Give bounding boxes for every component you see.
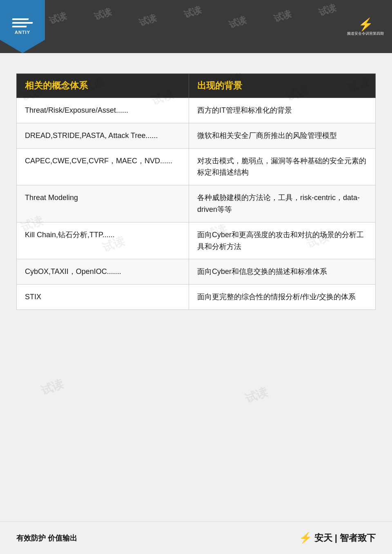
footer-logo-main: 安天 | 智者致下	[314, 532, 376, 544]
footer-logo-sub: 智者致下	[340, 533, 376, 543]
header-watermarks: 试读 试读 试读 试读 试读 试读 试读	[0, 0, 392, 53]
col1-header: 相关的概念体系	[17, 74, 189, 98]
table-cell-left: CAPEC,CWE,CVE,CVRF，MAEC，NVD......	[17, 148, 189, 185]
table-cell-left: DREAD,STRIDE,PASTA, Attack Tree......	[17, 123, 189, 148]
table-row: CybOX,TAXII，OpenIOC.......面向Cyber和信息交换的描…	[17, 259, 376, 285]
header: ANTIY 试读 试读 试读 试读 试读 试读 试读 ⚡ 频道安全令训营第四期	[0, 0, 392, 53]
table-row: Kill Chain,钻石分析,TTP......面向Cyber和更高强度的攻击…	[17, 222, 376, 259]
logo-line-1	[12, 18, 29, 20]
table-cell-right: 各种威胁建模的方法论，工具，risk-centric，data-driven等等	[189, 185, 375, 222]
header-right-logo: ⚡ 频道安全令训营第四期	[347, 17, 384, 36]
table-row: DREAD,STRIDE,PASTA, Attack Tree......微软和…	[17, 123, 376, 148]
table-cell-left: CybOX,TAXII，OpenIOC.......	[17, 259, 189, 285]
watermark-3: 试读	[137, 11, 158, 29]
body-watermark-11: 试读	[39, 376, 66, 399]
logo-lines	[12, 18, 33, 27]
footer-logo: ⚡ 安天 | 智者致下	[299, 532, 376, 544]
footer-tagline: 有效防护 价值输出	[16, 533, 77, 543]
table-cell-right: 面向更完整的综合性的情报分析/作业/交换的体系	[189, 285, 375, 310]
watermark-5: 试读	[227, 13, 248, 31]
logo: ANTIY	[0, 0, 45, 53]
table-cell-left: Kill Chain,钻石分析,TTP......	[17, 222, 189, 259]
col2-header: 出现的背景	[189, 74, 375, 98]
logo-text: ANTIY	[15, 30, 30, 35]
table-cell-left: Threat/Risk/Exposure/Asset......	[17, 98, 189, 123]
right-logo-icon: ⚡	[358, 17, 373, 31]
table-cell-left: STIX	[17, 285, 189, 310]
watermark-6: 试读	[272, 7, 293, 25]
right-logo-text: 频道安全令训营第四期	[347, 31, 384, 36]
watermark-2: 试读	[92, 5, 114, 23]
footer-lightning-icon: ⚡	[299, 532, 312, 544]
table-cell-right: 西方的IT管理和标准化的背景	[189, 98, 375, 123]
table-cell-right: 面向Cyber和更高强度的攻击和对抗的场景的分析工具和分析方法	[189, 222, 375, 259]
table-cell-right: 对攻击模式，脆弱点，漏洞等各种基础的安全元素的标定和描述结构	[189, 148, 375, 185]
logo-line-2	[12, 22, 33, 24]
table-row: CAPEC,CWE,CVE,CVRF，MAEC，NVD......对攻击模式，脆…	[17, 148, 376, 185]
table-cell-left: Threat Modeling	[17, 185, 189, 222]
watermark-7: 试读	[317, 1, 338, 19]
table-row: Threat/Risk/Exposure/Asset......西方的IT管理和…	[17, 98, 376, 123]
footer: 有效防护 价值输出 ⚡ 安天 | 智者致下	[0, 521, 392, 554]
table-row: STIX面向更完整的综合性的情报分析/作业/交换的体系	[17, 285, 376, 310]
watermark-4: 试读	[182, 3, 203, 21]
table-cell-right: 面向Cyber和信息交换的描述和标准体系	[189, 259, 375, 285]
table-header-row: 相关的概念体系 出现的背景	[17, 74, 376, 98]
table-cell-right: 微软和相关安全厂商所推出的风险管理模型	[189, 123, 375, 148]
logo-line-3	[12, 26, 27, 27]
concept-table: 相关的概念体系 出现的背景 Threat/Risk/Exposure/Asset…	[16, 73, 376, 310]
body-watermark-12: 试读	[243, 385, 270, 407]
main-content: 试读 试读 试读 试读 试读 试读 试读 试读 试读 试读 试读 试读 相关的概…	[0, 53, 392, 326]
watermark-1: 试读	[47, 9, 69, 27]
table-row: Threat Modeling各种威胁建模的方法论，工具，risk-centri…	[17, 185, 376, 222]
